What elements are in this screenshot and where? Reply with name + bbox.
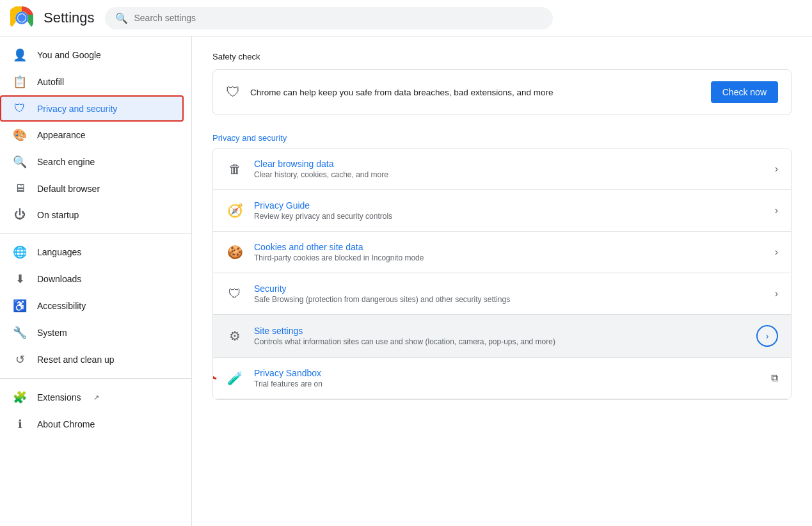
clear-browsing-data-subtitle: Clear history, cookies, cache, and more	[254, 170, 765, 179]
security-subtitle: Safe Browsing (protection from dangerous…	[254, 295, 765, 304]
privacy-and-security-icon: 🛡	[13, 102, 27, 115]
settings-row-cookies[interactable]: 🍪 Cookies and other site data Third-part…	[213, 232, 791, 273]
sidebar-item-default-browser[interactable]: 🖥 Default browser	[0, 175, 184, 202]
privacy-sandbox-subtitle: Trial features are on	[254, 379, 761, 388]
on-startup-label: On startup	[37, 210, 79, 220]
settings-row-privacy-guide[interactable]: 🧭 Privacy Guide Review key privacy and s…	[213, 190, 791, 232]
clear-browsing-data-title: Clear browsing data	[254, 159, 765, 169]
svg-point-3	[18, 14, 26, 22]
site-settings-text: Site settings Controls what information …	[254, 326, 746, 346]
privacy-sandbox-text: Privacy Sandbox Trial features are on	[254, 368, 761, 388]
sidebar: 👤 You and Google 📋 Autofill 🛡 Privacy an…	[0, 36, 192, 526]
site-settings-subtitle: Controls what information sites can use …	[254, 337, 746, 346]
top-bar: Settings 🔍	[0, 0, 812, 36]
search-bar-wrap: 🔍	[105, 7, 553, 29]
chrome-logo	[10, 6, 33, 29]
sidebar-section-2: 🌐 Languages ⬇ Downloads ♿ Accessibility …	[0, 239, 191, 373]
search-input[interactable]	[134, 13, 543, 23]
search-bar: 🔍	[105, 7, 553, 29]
languages-icon: 🌐	[13, 245, 27, 259]
main-layout: 👤 You and Google 📋 Autofill 🛡 Privacy an…	[0, 36, 812, 526]
downloads-icon: ⬇	[13, 272, 27, 286]
sidebar-item-accessibility[interactable]: ♿ Accessibility	[0, 292, 184, 319]
chevron-right-icon: ›	[775, 288, 778, 299]
privacy-sandbox-title: Privacy Sandbox	[254, 368, 761, 378]
sidebar-divider-2	[0, 378, 191, 379]
sidebar-section-3: 🧩 Extensions ↗ ℹ About Chrome	[0, 384, 191, 438]
chevron-right-icon: ›	[775, 163, 778, 175]
you-and-google-icon: 👤	[13, 48, 27, 62]
languages-label: Languages	[37, 247, 81, 257]
clear-browsing-data-text: Clear browsing data Clear history, cooki…	[254, 159, 765, 179]
sidebar-item-downloads[interactable]: ⬇ Downloads	[0, 266, 184, 292]
appearance-label: Appearance	[37, 130, 86, 140]
about-chrome-icon: ℹ	[13, 417, 27, 431]
search-icon: 🔍	[115, 12, 128, 24]
chevron-right-icon: ›	[775, 205, 778, 216]
default-browser-icon: 🖥	[13, 182, 27, 195]
settings-row-site-settings[interactable]: ⚙ Site settings Controls what informatio…	[213, 315, 791, 358]
search-engine-icon: 🔍	[13, 155, 27, 169]
sidebar-item-extensions[interactable]: 🧩 Extensions ↗	[0, 384, 184, 411]
autofill-label: Autofill	[37, 77, 64, 87]
site-settings-title: Site settings	[254, 326, 746, 336]
cookies-title: Cookies and other site data	[254, 242, 765, 252]
sidebar-item-languages[interactable]: 🌐 Languages	[0, 239, 184, 266]
main-content: Safety check 🛡 Chrome can help keep you …	[192, 36, 812, 526]
sidebar-item-autofill[interactable]: 📋 Autofill	[0, 68, 184, 95]
search-engine-label: Search engine	[37, 157, 95, 167]
circle-chevron-icon: ›	[756, 325, 778, 347]
page-title: Settings	[44, 10, 95, 26]
downloads-label: Downloads	[37, 274, 81, 284]
accessibility-label: Accessibility	[37, 301, 86, 311]
appearance-icon: 🎨	[13, 128, 27, 142]
privacy-sandbox-icon: 🧪	[226, 371, 244, 386]
on-startup-icon: ⏻	[13, 208, 27, 221]
cookies-text: Cookies and other site data Third-party …	[254, 242, 765, 262]
safety-check-title: Safety check	[212, 52, 792, 61]
privacy-guide-icon: 🧭	[226, 203, 244, 218]
sidebar-divider-1	[0, 233, 191, 234]
safety-check-card: 🛡 Chrome can help keep you safe from dat…	[212, 69, 792, 115]
sidebar-item-privacy-and-security[interactable]: 🛡 Privacy and security	[0, 95, 184, 122]
privacy-guide-subtitle: Review key privacy and security controls	[254, 212, 765, 221]
sidebar-item-you-and-google[interactable]: 👤 You and Google	[0, 42, 184, 68]
cookies-icon: 🍪	[226, 244, 244, 260]
site-settings-icon: ⚙	[226, 328, 244, 344]
sidebar-item-search-engine[interactable]: 🔍 Search engine	[0, 148, 184, 175]
sidebar-item-system[interactable]: 🔧 System	[0, 319, 184, 346]
external-icon: ⧉	[771, 372, 778, 384]
extensions-icon: 🧩	[13, 390, 27, 404]
chevron-right-icon: ›	[775, 246, 778, 258]
system-label: System	[37, 328, 67, 338]
privacy-guide-text: Privacy Guide Review key privacy and sec…	[254, 200, 765, 221]
security-text: Security Safe Browsing (protection from …	[254, 283, 765, 304]
sidebar-item-about-chrome[interactable]: ℹ About Chrome	[0, 411, 184, 438]
accessibility-icon: ♿	[13, 299, 27, 313]
settings-row-privacy-sandbox[interactable]: 🧪 Privacy Sandbox Trial features are on …	[213, 358, 791, 399]
privacy-guide-title: Privacy Guide	[254, 200, 765, 211]
security-title: Security	[254, 283, 765, 294]
privacy-settings-list: 🗑 Clear browsing data Clear history, coo…	[212, 148, 792, 400]
extensions-label: Extensions	[37, 392, 81, 402]
safety-shield-icon: 🛡	[226, 84, 240, 100]
sidebar-item-appearance[interactable]: 🎨 Appearance	[0, 122, 184, 148]
system-icon: 🔧	[13, 326, 27, 340]
clear-browsing-data-icon: 🗑	[226, 162, 244, 177]
settings-row-clear-browsing-data[interactable]: 🗑 Clear browsing data Clear history, coo…	[213, 148, 791, 190]
default-browser-label: Default browser	[37, 184, 100, 194]
privacy-and-security-label: Privacy and security	[37, 104, 117, 114]
sidebar-item-reset-and-clean-up[interactable]: ↺ Reset and clean up	[0, 346, 184, 373]
safety-card-description: Chrome can help keep you safe from data …	[250, 88, 701, 97]
sidebar-section-1: 👤 You and Google 📋 Autofill 🛡 Privacy an…	[0, 42, 191, 228]
reset-and-clean-up-label: Reset and clean up	[37, 355, 115, 365]
autofill-icon: 📋	[13, 75, 27, 89]
cookies-subtitle: Third-party cookies are blocked in Incog…	[254, 253, 765, 262]
about-chrome-label: About Chrome	[37, 419, 95, 429]
check-now-button[interactable]: Check now	[711, 81, 778, 103]
sidebar-item-on-startup[interactable]: ⏻ On startup	[0, 202, 184, 228]
settings-row-security[interactable]: 🛡 Security Safe Browsing (protection fro…	[213, 273, 791, 315]
you-and-google-label: You and Google	[37, 50, 101, 60]
privacy-section-title: Privacy and security	[212, 133, 792, 143]
external-link-icon: ↗	[93, 394, 99, 402]
